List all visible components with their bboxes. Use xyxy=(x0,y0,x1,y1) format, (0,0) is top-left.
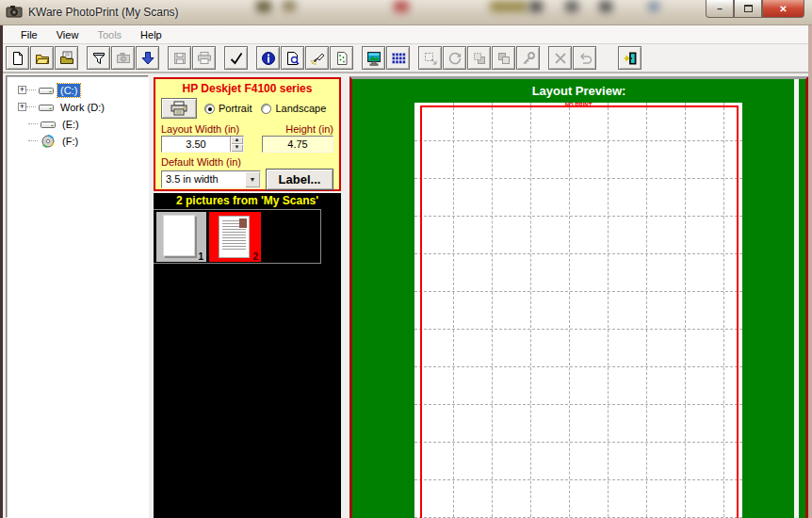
toolbar-group xyxy=(618,46,642,70)
send-backward-button[interactable] xyxy=(492,46,515,70)
rotate-icon xyxy=(447,51,463,66)
tree-item-workd[interactable]: +Work (D:) xyxy=(7,99,148,115)
default-width-select[interactable]: 3.5 in width ▼ xyxy=(161,170,261,188)
exit-door-button[interactable] xyxy=(618,46,641,70)
thumbnail-2-selected[interactable]: 2 xyxy=(209,212,261,262)
open-folder-button[interactable] xyxy=(30,46,54,70)
tree-item-label[interactable]: (E:) xyxy=(59,118,82,131)
expander-plus-icon[interactable]: + xyxy=(18,103,26,111)
tree-item-label[interactable]: (F:) xyxy=(59,135,81,148)
import-folder-icon xyxy=(59,51,74,66)
preview-page[interactable]: NO PRINT xyxy=(414,103,742,518)
tree-connector xyxy=(26,106,36,107)
preview-title: Layout Preview: xyxy=(352,84,805,98)
undo-button[interactable] xyxy=(573,46,596,70)
orientation-radio-group: Portrait Landscape xyxy=(204,103,326,114)
monitor-button[interactable] xyxy=(362,46,385,70)
tree-item-c[interactable]: +(C:) xyxy=(7,82,148,98)
printable-area-border xyxy=(420,105,739,518)
tree-connector xyxy=(26,89,36,90)
resize-button[interactable] xyxy=(418,46,442,70)
undo-icon xyxy=(577,51,593,66)
background-window-fragment xyxy=(529,1,543,12)
print-button[interactable] xyxy=(161,98,197,119)
drive-icon xyxy=(40,118,57,131)
portrait-label: Portrait xyxy=(219,103,252,114)
tree-item-label[interactable]: Work (D:) xyxy=(57,101,107,114)
print-button[interactable] xyxy=(192,46,216,70)
background-window-fragment xyxy=(490,1,528,12)
pictures-panel: 2 pictures from 'My Scans' 1 2 xyxy=(154,193,341,518)
save-icon xyxy=(172,51,187,66)
toolbar-group xyxy=(548,46,597,70)
thumbnail-1[interactable]: 1 xyxy=(156,212,206,262)
preview-page-button[interactable] xyxy=(281,46,304,70)
pictures-header: 2 pictures from 'My Scans' xyxy=(154,193,341,209)
bring-forward-button[interactable] xyxy=(467,46,491,70)
import-folder-button[interactable] xyxy=(55,46,78,70)
print-icon xyxy=(197,51,212,66)
checkmark-button[interactable] xyxy=(224,46,248,70)
menu-item-view[interactable]: View xyxy=(48,27,88,42)
window-title: KWare PhotoPrint (My Scans) xyxy=(28,6,179,19)
layout-preview-panel: Layout Preview: NO PRINT xyxy=(349,76,808,518)
preview-page-icon xyxy=(285,51,300,66)
document-photo xyxy=(239,219,247,228)
printer-settings-panel: HP Deskjet F4100 series Portrait xyxy=(154,77,341,191)
app-camera-icon xyxy=(6,4,23,19)
stepper-up-icon[interactable]: ▲ xyxy=(231,137,243,144)
thumbnail-number: 1 xyxy=(198,251,203,262)
default-width-value: 3.5 in width xyxy=(162,171,245,187)
info-button[interactable] xyxy=(256,46,280,70)
funnel-button[interactable] xyxy=(87,46,110,70)
landscape-radio-circle xyxy=(261,104,271,114)
drive-icon xyxy=(38,101,55,114)
delete-x-button[interactable] xyxy=(548,46,572,70)
rotate-button[interactable] xyxy=(443,46,466,70)
cd-drive-icon xyxy=(40,135,57,148)
page-note: NO PRINT xyxy=(414,103,742,107)
camera-button[interactable] xyxy=(111,46,135,70)
maximize-button[interactable] xyxy=(734,0,762,18)
toolbar-group xyxy=(168,46,217,70)
background-window-fragment xyxy=(256,1,271,12)
chevron-down-icon[interactable]: ▼ xyxy=(245,171,260,187)
menu-item-file[interactable]: File xyxy=(12,27,46,42)
background-window-fragment xyxy=(565,1,578,12)
info-icon xyxy=(261,51,276,66)
portrait-radio[interactable]: Portrait xyxy=(204,103,252,114)
landscape-radio[interactable]: Landscape xyxy=(261,103,326,114)
tree-item-label[interactable]: (C:) xyxy=(57,84,80,97)
menu-item-help[interactable]: Help xyxy=(132,27,171,42)
default-width-label: Default Width (in) xyxy=(161,156,333,168)
toolbar-group xyxy=(224,46,249,70)
expander-plus-icon[interactable]: + xyxy=(18,86,26,94)
preview-right-gutter xyxy=(794,79,799,518)
layout-width-label: Layout Width (in) xyxy=(161,123,239,135)
open-folder-icon xyxy=(35,51,50,66)
airbrush-button[interactable] xyxy=(305,46,329,70)
minimize-button[interactable]: – xyxy=(706,0,734,18)
tree-item-e[interactable]: (E:) xyxy=(7,116,148,132)
delete-x-icon xyxy=(553,51,568,66)
document-thumb xyxy=(219,216,250,258)
thumbnail-grid-button[interactable] xyxy=(386,46,410,70)
clean-page-button[interactable] xyxy=(330,46,353,70)
stepper-down-icon[interactable]: ▼ xyxy=(231,144,243,152)
save-button[interactable] xyxy=(168,46,191,70)
drive-icon xyxy=(38,84,55,97)
close-button[interactable]: ✕ xyxy=(762,0,804,18)
camera-icon xyxy=(116,51,131,66)
tree-connector xyxy=(28,123,38,124)
label-button[interactable]: Label... xyxy=(266,169,333,190)
clean-page-icon xyxy=(334,51,349,66)
window-right-border xyxy=(808,25,812,518)
key-button[interactable] xyxy=(516,46,540,70)
funnel-icon xyxy=(91,51,106,66)
blank-page-thumb xyxy=(163,215,195,256)
thumbnail-strip: 1 2 xyxy=(154,209,321,264)
acquire-arrow-button[interactable] xyxy=(136,46,159,70)
tree-item-f[interactable]: (F:) xyxy=(7,133,148,149)
layout-width-stepper[interactable]: 3.50 ▲ ▼ xyxy=(161,136,244,153)
new-file-button[interactable] xyxy=(6,46,29,70)
